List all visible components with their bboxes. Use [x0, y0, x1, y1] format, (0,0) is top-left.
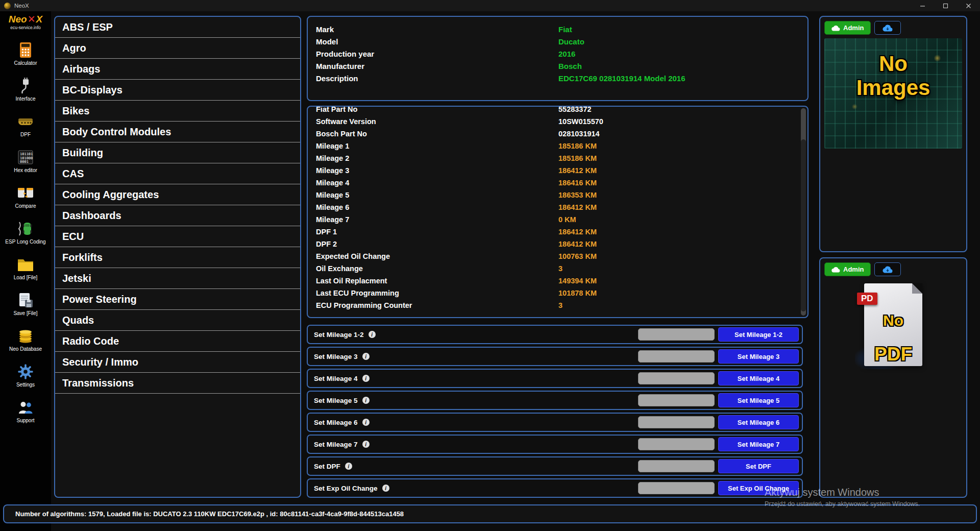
info-icon[interactable]: i	[362, 397, 370, 404]
maximize-icon[interactable]	[934, 0, 957, 11]
action-value-input[interactable]	[638, 460, 715, 472]
data-label: Mileage 1	[316, 142, 558, 150]
info-icon[interactable]: i	[362, 375, 370, 382]
action-submit-button[interactable]: Set Mileage 3	[718, 349, 799, 364]
category-item[interactable]: Radio Code	[55, 331, 300, 352]
info-icon[interactable]: i	[362, 441, 370, 448]
action-submit-button[interactable]: Set Mileage 7	[718, 437, 799, 451]
admin-upload-pdf-button[interactable]: Admin	[824, 262, 871, 276]
sidebar-item-neo-database[interactable]: Neo Database	[1, 327, 50, 352]
category-item[interactable]: Forklifts	[55, 247, 300, 268]
sidebar-item-support[interactable]: Support	[1, 399, 50, 423]
category-item[interactable]: Building	[55, 142, 300, 163]
data-label: DPF 2	[316, 240, 558, 248]
category-label: Bikes	[62, 105, 89, 117]
close-icon[interactable]	[957, 0, 980, 11]
category-item[interactable]: ABS / ESP	[55, 17, 300, 38]
info-icon[interactable]: i	[362, 353, 370, 360]
sidebar-item-label: Interface	[16, 96, 36, 102]
action-submit-button[interactable]: Set Mileage 6	[718, 415, 799, 429]
action-submit-button[interactable]: Set DPF	[718, 459, 799, 473]
ecu-data-row: Software Version 10SW015570	[316, 115, 807, 128]
action-value-input[interactable]	[638, 438, 715, 450]
category-label: ABS / ESP	[62, 21, 113, 33]
action-value-input[interactable]	[638, 394, 715, 406]
category-item[interactable]: Body Control Modules	[55, 122, 300, 142]
sidebar-item-dpf[interactable]: DPF	[1, 113, 50, 137]
sidebar-item-calculator[interactable]: Calculator	[1, 41, 50, 66]
category-item[interactable]: ECU	[55, 226, 300, 247]
no-pdf-text-line2: PDF	[855, 344, 932, 365]
minimize-icon[interactable]	[911, 0, 934, 11]
data-value: 0 KM	[558, 215, 576, 224]
category-item[interactable]: BC-Displays	[55, 80, 300, 101]
sidebar-item-save-file[interactable]: Save [File]	[1, 292, 50, 316]
info-icon[interactable]: i	[362, 419, 370, 426]
scrollbar-track[interactable]	[801, 108, 806, 316]
action-label: Set DPF	[314, 463, 340, 470]
car-skid-icon	[17, 220, 34, 237]
sidebar-item-esp-long-coding[interactable]: ESP Long Coding	[1, 220, 50, 245]
category-item[interactable]: Cooling Aggregates	[55, 184, 300, 205]
plug-cable-icon	[17, 77, 34, 94]
category-item[interactable]: Bikes	[55, 101, 300, 122]
sidebar-item-interface[interactable]: Interface	[1, 77, 50, 102]
data-label: Mileage 3	[316, 166, 558, 175]
action-label: Set Mileage 1-2	[314, 331, 364, 339]
category-item[interactable]: Power Steering	[55, 289, 300, 310]
sidebar-item-label: Save [File]	[13, 310, 37, 316]
binary-code-icon: 1011011010000001	[17, 149, 34, 166]
data-label: Mileage 7	[316, 215, 558, 224]
category-item[interactable]: Security / Immo	[55, 352, 300, 373]
sidebar-item-compare[interactable]: Compare	[1, 184, 50, 209]
action-value-input[interactable]	[638, 372, 715, 384]
data-label: Mileage 6	[316, 203, 558, 211]
sidebar-item-hex-editor[interactable]: 1011011010000001 Hex editor	[1, 149, 50, 173]
cloud-download-pdf-button[interactable]	[874, 262, 901, 276]
vehicle-info-row: Model Ducato	[316, 35, 807, 47]
data-value: 186353 KM	[558, 191, 597, 199]
vehicle-info-row: Mark Fiat	[316, 23, 807, 35]
data-value: 186412 KM	[558, 166, 597, 175]
category-item[interactable]: Jetski	[55, 268, 300, 289]
status-text-id: , id: 80c81141-ca3f-4ca9-9f8d-844513ca14…	[264, 510, 404, 518]
category-label: ECU	[62, 231, 84, 243]
action-value-input[interactable]	[638, 416, 715, 428]
category-item[interactable]: Quads	[55, 310, 300, 331]
action-label: Set Mileage 7	[314, 441, 358, 448]
action-submit-button[interactable]: Set Mileage 4	[718, 371, 799, 385]
data-value: 186412 KM	[558, 203, 597, 211]
category-item[interactable]: Dashboards	[55, 205, 300, 226]
info-icon[interactable]: i	[345, 463, 352, 470]
action-value-input[interactable]	[638, 350, 715, 363]
sidebar-item-settings[interactable]: Settings	[1, 363, 50, 388]
status-bar: Number of algorithms: 1579, Loaded file …	[3, 504, 977, 523]
category-label: Airbags	[62, 63, 100, 75]
info-icon[interactable]: i	[382, 485, 389, 492]
category-item[interactable]: Agro	[55, 38, 300, 59]
sidebar-item-load-file[interactable]: Load [File]	[1, 256, 50, 280]
category-item[interactable]: Airbags	[55, 59, 300, 80]
action-submit-button[interactable]: Set Mileage 1-2	[718, 327, 799, 342]
info-label: Model	[316, 37, 558, 46]
data-label: Last ECU Programming	[316, 289, 558, 297]
action-submit-button[interactable]: Set Mileage 5	[718, 393, 799, 407]
ecu-data-row: Last ECU Programming 101878 KM	[316, 287, 807, 299]
pdf-admin-row: Admin	[824, 262, 962, 276]
info-icon[interactable]: i	[369, 331, 376, 338]
category-item[interactable]: Transmissions	[55, 373, 300, 394]
admin-upload-images-button[interactable]: Admin	[824, 21, 871, 35]
action-submit-button[interactable]: Set Exp Oil Change	[718, 481, 799, 495]
open-folder-icon	[17, 256, 34, 273]
scrollbar-thumb[interactable]	[801, 139, 806, 311]
cloud-download-images-button[interactable]	[874, 21, 901, 35]
ecu-data-row: Bosch Part No 0281031914	[316, 128, 807, 140]
action-row: Set Mileage 6 i Set Mileage 6	[307, 413, 803, 432]
action-value-input[interactable]	[638, 328, 715, 341]
sidebar-item-label: Hex editor	[14, 167, 37, 173]
category-item[interactable]: CAS	[55, 163, 300, 184]
app-title: NeoX	[14, 3, 29, 9]
category-label: BC-Displays	[62, 84, 122, 96]
action-value-input[interactable]	[638, 482, 715, 494]
info-label: Production year	[316, 50, 558, 58]
